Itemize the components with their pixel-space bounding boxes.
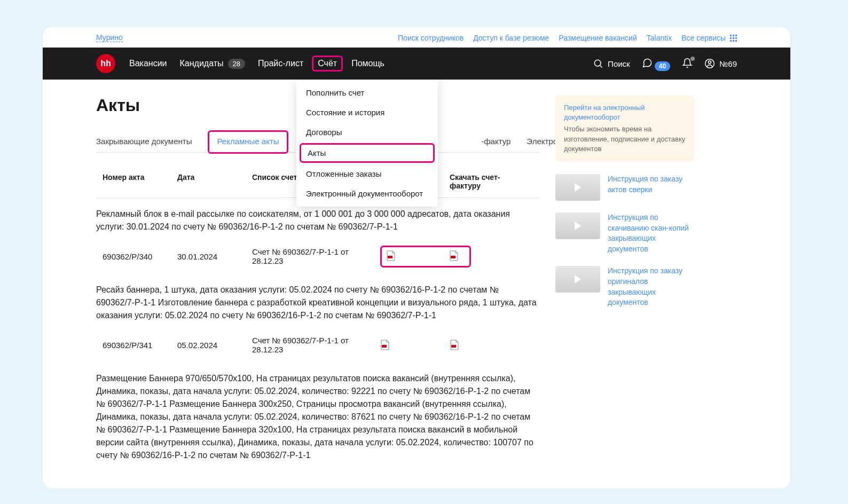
dropdown-status[interactable]: Состояние и история <box>296 103 438 122</box>
cell-list: Счет № 690362/7-Р-1-1 от 28.12.23 <box>252 336 380 354</box>
play-icon <box>575 275 581 284</box>
dropdown-edo[interactable]: Электронный документооборот <box>296 184 438 203</box>
chat-button[interactable]: 40 <box>642 58 671 70</box>
notifications-button[interactable] <box>682 58 693 70</box>
account-dropdown: Пополнить счет Состояние и история Догов… <box>296 80 438 207</box>
pdf-icon <box>380 340 390 350</box>
group-desc: Размещение Баннера 970/650/570х100, На с… <box>96 372 539 462</box>
top-link[interactable]: Talantix <box>647 34 672 42</box>
top-link[interactable]: Поиск сотрудников <box>398 34 464 42</box>
search-icon <box>593 58 603 69</box>
group-desc: Ресайз баннера, 1 штука, дата оказания у… <box>96 284 539 322</box>
th-dl-invoice: Скачать счет-фактуру <box>450 173 530 190</box>
tab-ad-acts[interactable]: Рекламные акты <box>208 130 288 154</box>
tab-factur[interactable]: -фактур <box>481 130 511 152</box>
top-links: Поиск сотрудников Доступ к базе резюме Р… <box>398 34 737 42</box>
user-icon <box>704 58 715 69</box>
cell-date: 05.02.2024 <box>177 341 252 350</box>
help-link[interactable]: Инструкция по заказу актов сверки <box>608 174 694 201</box>
help-item: Инструкция по скачиванию скан-копий закр… <box>555 212 694 254</box>
pdf-icon <box>449 250 459 261</box>
sidebar: Перейти на электронный документооборот Ч… <box>555 96 694 467</box>
nav-price[interactable]: Прайс-лист <box>258 59 303 68</box>
nav-account[interactable]: Счёт <box>312 56 343 72</box>
th-num: Номер акта <box>103 173 177 190</box>
top-link-all-services[interactable]: Все сервисы <box>681 34 737 42</box>
pdf-icon <box>450 340 459 350</box>
cell-date: 30.01.2024 <box>177 252 252 261</box>
download-invoice-button[interactable] <box>450 340 530 350</box>
svg-rect-4 <box>388 256 392 258</box>
navbar: hh Вакансии Кандидаты 28 Прайс-лист Счёт… <box>43 48 790 80</box>
edo-notice: Перейти на электронный документооборот Ч… <box>555 96 694 161</box>
topbar: Мурино Поиск сотрудников Доступ к базе р… <box>43 27 790 48</box>
table-row: 690362/Р/341 05.02.2024 Счет № 690362/7-… <box>96 327 539 363</box>
video-thumbnail[interactable] <box>555 174 600 201</box>
top-link[interactable]: Размещение вакансий <box>559 34 637 42</box>
help-item: Инструкция по заказу оригиналов закрываю… <box>555 266 694 308</box>
play-icon <box>575 222 581 230</box>
play-icon <box>575 183 581 192</box>
svg-line-1 <box>600 66 602 68</box>
svg-point-3 <box>709 61 711 64</box>
video-thumbnail[interactable] <box>555 212 600 239</box>
edo-notice-text: Чтобы экономить время на изготовление, п… <box>564 124 686 154</box>
dropdown-acts[interactable]: Акты <box>300 143 435 163</box>
table-row: 690362/Р/340 30.01.2024 Счет № 690362/7-… <box>96 239 539 274</box>
chat-badge: 40 <box>655 61 670 71</box>
group: Ресайз баннера, 1 штука, дата оказания у… <box>96 284 539 363</box>
svg-rect-6 <box>382 345 387 348</box>
group-desc: Рекламный блок в e-mail рассылке по соис… <box>96 208 539 233</box>
nav-right: Поиск 40 №69 <box>593 58 737 70</box>
dropdown-topup[interactable]: Пополнить счет <box>296 83 438 103</box>
top-link[interactable]: Доступ к базе резюме <box>473 34 549 42</box>
nav-vacancies[interactable]: Вакансии <box>129 59 167 68</box>
group: Размещение Баннера 970/650/570х100, На с… <box>96 372 539 462</box>
pdf-download-group <box>380 246 471 267</box>
edo-link[interactable]: Перейти на электронный документооборот <box>564 104 645 121</box>
help-link[interactable]: Инструкция по заказу оригиналов закрываю… <box>608 266 694 308</box>
download-invoice-button[interactable] <box>449 250 459 263</box>
cell-num: 690362/Р/340 <box>103 252 177 261</box>
app-window: Мурино Поиск сотрудников Доступ к базе р… <box>43 27 790 489</box>
svg-rect-7 <box>451 345 456 348</box>
search-button[interactable]: Поиск <box>593 58 630 69</box>
nav-items: Вакансии Кандидаты 28 Прайс-лист Счёт По… <box>129 59 384 69</box>
nav-candidates[interactable]: Кандидаты 28 <box>180 59 246 69</box>
logo[interactable]: hh <box>96 54 115 73</box>
cell-list: Счет № 690362/7-Р-1-1 от 28.12.23 <box>252 247 380 265</box>
svg-rect-5 <box>451 256 456 258</box>
candidates-badge: 28 <box>228 59 245 69</box>
notification-dot <box>690 57 695 61</box>
download-act-button[interactable] <box>380 340 450 350</box>
user-menu[interactable]: №69 <box>704 58 737 69</box>
download-act-button[interactable] <box>386 250 396 263</box>
dropdown-deferred[interactable]: Отложенные заказы <box>296 164 438 184</box>
svg-point-0 <box>594 60 601 66</box>
nav-help[interactable]: Помощь <box>351 59 384 68</box>
dropdown-contracts[interactable]: Договоры <box>296 122 438 142</box>
city-link[interactable]: Мурино <box>96 33 123 42</box>
help-link[interactable]: Инструкция по скачиванию скан-копий закр… <box>608 212 694 254</box>
group: Рекламный блок в e-mail рассылке по соис… <box>96 208 539 274</box>
grid-icon <box>730 35 737 42</box>
cell-num: 690362/Р/341 <box>103 341 177 350</box>
help-item: Инструкция по заказу актов сверки <box>555 174 694 201</box>
tab-closing-docs[interactable]: Закрывающие документы <box>96 130 192 152</box>
pdf-icon <box>386 250 396 261</box>
th-date: Дата <box>177 173 252 190</box>
video-thumbnail[interactable] <box>555 266 600 293</box>
chat-icon <box>642 58 653 68</box>
